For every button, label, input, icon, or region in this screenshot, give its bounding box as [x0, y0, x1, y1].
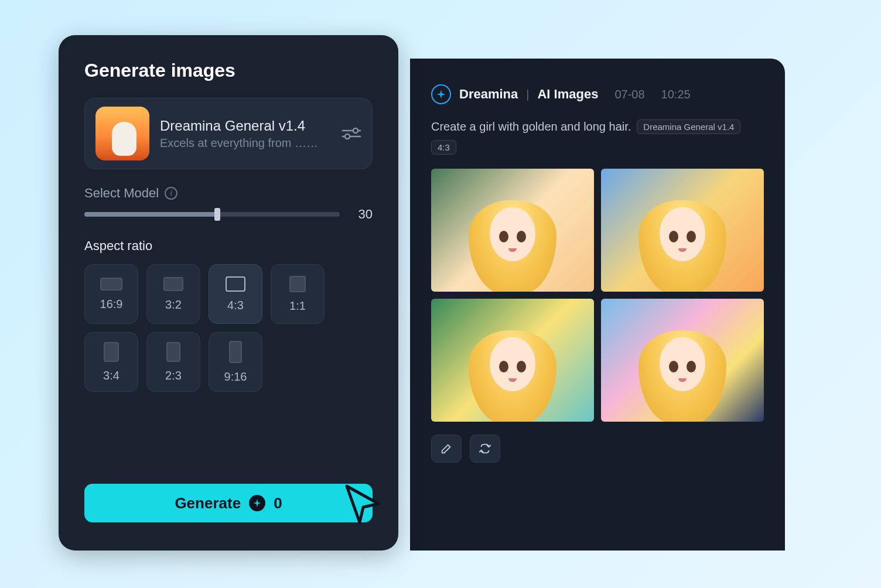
- generate-button-label: Generate: [175, 494, 241, 512]
- aspect-shape-icon: [289, 276, 306, 292]
- aspect-option-3-2[interactable]: 3:2: [146, 264, 200, 324]
- generate-panel: Generate images Dreamina General v1.4 Ex…: [59, 35, 398, 551]
- aspect-label: 9:16: [224, 370, 247, 384]
- aspect-option-9-16[interactable]: 9:16: [209, 332, 262, 392]
- regenerate-button[interactable]: [470, 435, 500, 463]
- model-name: Dreamina General v1.4: [160, 118, 331, 134]
- sliders-icon[interactable]: [342, 127, 361, 141]
- brand-sparkle-icon: [431, 84, 451, 104]
- result-image-3[interactable]: [431, 299, 594, 422]
- aspect-option-3-4[interactable]: 3:4: [84, 332, 138, 392]
- svg-point-1: [353, 128, 358, 133]
- aspect-ratio-grid: 16:93:24:31:13:42:39:16: [84, 264, 373, 392]
- aspect-label: 3:4: [103, 369, 119, 382]
- aspect-label: 3:2: [165, 298, 182, 312]
- model-selector-card[interactable]: Dreamina General v1.4 Excels at everythi…: [84, 98, 373, 169]
- model-info: Dreamina General v1.4 Excels at everythi…: [160, 118, 331, 150]
- aspect-option-2-3[interactable]: 2:3: [146, 332, 200, 392]
- section-name: AI Images: [537, 87, 598, 102]
- results-grid: [431, 169, 764, 422]
- aspect-ratio-label: Aspect ratio: [84, 238, 373, 254]
- aspect-option-16-9[interactable]: 16:9: [84, 264, 138, 324]
- aspect-shape-icon: [166, 342, 180, 362]
- edit-button[interactable]: [431, 435, 462, 463]
- model-description: Excels at everything from ……: [160, 136, 331, 150]
- cursor-icon: [340, 480, 387, 529]
- brand-name: Dreamina: [459, 87, 518, 102]
- aspect-shape-icon: [104, 342, 119, 362]
- select-model-row: Select Model i: [84, 186, 373, 201]
- aspect-shape-icon: [163, 277, 183, 291]
- slider-fill: [84, 212, 217, 217]
- slider-thumb[interactable]: [214, 208, 220, 221]
- prompt-text: Create a girl with golden and long hair.: [431, 120, 631, 134]
- result-image-1[interactable]: [431, 169, 594, 292]
- aspect-option-1-1[interactable]: 1:1: [271, 264, 325, 324]
- panel-title: Generate images: [84, 60, 373, 81]
- info-icon[interactable]: i: [165, 187, 177, 200]
- slider-value: 30: [353, 207, 373, 222]
- results-header: Dreamina | AI Images 07-08 10:25: [431, 84, 764, 104]
- aspect-label: 16:9: [100, 298, 123, 311]
- result-image-2[interactable]: [601, 169, 764, 292]
- aspect-shape-icon: [100, 278, 122, 290]
- result-date: 07-08: [614, 88, 644, 101]
- aspect-label: 4:3: [227, 299, 244, 312]
- select-model-label: Select Model: [84, 186, 159, 201]
- model-slider[interactable]: [84, 212, 340, 217]
- aspect-label: 2:3: [165, 369, 182, 382]
- aspect-option-4-3[interactable]: 4:3: [209, 264, 262, 324]
- sparkle-icon: [249, 495, 265, 511]
- aspect-shape-icon: [229, 341, 242, 363]
- aspect-shape-icon: [226, 276, 245, 292]
- svg-point-3: [345, 134, 350, 139]
- results-panel: Dreamina | AI Images 07-08 10:25 Create …: [410, 59, 785, 551]
- result-time: 10:25: [661, 88, 691, 101]
- prompt-row: Create a girl with golden and long hair.…: [431, 119, 764, 155]
- model-thumbnail: [95, 107, 149, 160]
- model-slider-row: 30: [84, 207, 373, 222]
- result-actions: [431, 435, 764, 463]
- generate-cost: 0: [274, 494, 282, 512]
- header-separator: |: [526, 88, 529, 101]
- result-image-4[interactable]: [601, 299, 764, 422]
- aspect-label: 1:1: [289, 299, 306, 313]
- tag-model: Dreamina General v1.4: [637, 119, 740, 134]
- tag-ratio: 4:3: [431, 140, 456, 155]
- generate-button[interactable]: Generate 0: [84, 484, 373, 522]
